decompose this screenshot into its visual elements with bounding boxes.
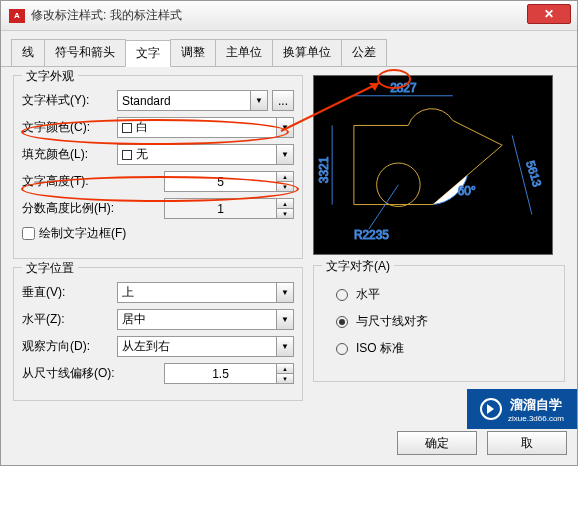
tab-alternate[interactable]: 换算单位 [272,39,342,66]
fraction-input[interactable]: 1▲▼ [164,198,294,219]
color-combo[interactable]: 白▼ [117,117,294,138]
svg-text:R2235: R2235 [354,228,389,242]
appearance-title: 文字外观 [22,68,78,85]
horizontal-label: 水平(Z): [22,311,117,328]
height-input[interactable]: 5▲▼ [164,171,294,192]
preview-drawing: 2827 3321 5613 60° R2235 [314,76,552,254]
style-combo[interactable]: Standard▼ [117,90,268,111]
close-button[interactable]: ✕ [527,4,571,24]
align-horizontal[interactable]: 水平 [336,286,556,303]
frame-checkbox[interactable] [22,227,35,240]
horizontal-combo[interactable]: 居中▼ [117,309,294,330]
appearance-group: 文字外观 文字样式(Y): Standard▼ ... 文字颜色(C): 白▼ … [13,75,303,259]
svg-point-0 [377,163,421,207]
viewdir-label: 观察方向(D): [22,338,117,355]
tab-line[interactable]: 线 [11,39,45,66]
align-with-dimline[interactable]: 与尺寸线对齐 [336,313,556,330]
offset-label: 从尺寸线偏移(O): [22,365,132,382]
align-title: 文字对齐(A) [322,258,394,275]
app-icon: A [9,9,25,23]
tab-fit[interactable]: 调整 [170,39,216,66]
fraction-label: 分数高度比例(H): [22,200,132,217]
watermark: 溜溜自学 zixue.3d66.com [467,389,577,429]
svg-text:2827: 2827 [390,81,416,95]
svg-text:3321: 3321 [317,156,331,183]
svg-text:5613: 5613 [523,159,544,189]
position-group: 文字位置 垂直(V): 上▼ 水平(Z): 居中▼ 观察方向(D): 从左到右▼… [13,267,303,401]
style-label: 文字样式(Y): [22,92,117,109]
svg-line-8 [369,185,399,230]
titlebar: A 修改标注样式: 我的标注样式 ✕ [1,1,577,31]
window-title: 修改标注样式: 我的标注样式 [31,7,182,24]
tab-text[interactable]: 文字 [125,40,171,67]
fill-combo[interactable]: 无▼ [117,144,294,165]
color-label: 文字颜色(C): [22,119,117,136]
height-label: 文字高度(T): [22,173,117,190]
viewdir-combo[interactable]: 从左到右▼ [117,336,294,357]
position-title: 文字位置 [22,260,78,277]
tab-symbols[interactable]: 符号和箭头 [44,39,126,66]
style-more-button[interactable]: ... [272,90,294,111]
vertical-label: 垂直(V): [22,284,117,301]
fill-label: 填充颜色(L): [22,146,117,163]
preview-pane: 2827 3321 5613 60° R2235 [313,75,553,255]
tab-bar: 线 符号和箭头 文字 调整 主单位 换算单位 公差 [1,31,577,67]
ok-button[interactable]: 确定 [397,431,477,455]
vertical-combo[interactable]: 上▼ [117,282,294,303]
play-icon [480,398,502,420]
align-iso[interactable]: ISO 标准 [336,340,556,357]
svg-text:60°: 60° [458,184,476,198]
tab-primary[interactable]: 主单位 [215,39,273,66]
frame-label: 绘制文字边框(F) [39,225,126,242]
align-group: 文字对齐(A) 水平 与尺寸线对齐 ISO 标准 [313,265,565,382]
cancel-button[interactable]: 取 [487,431,567,455]
offset-input[interactable]: 1.5▲▼ [164,363,294,384]
tab-tolerance[interactable]: 公差 [341,39,387,66]
